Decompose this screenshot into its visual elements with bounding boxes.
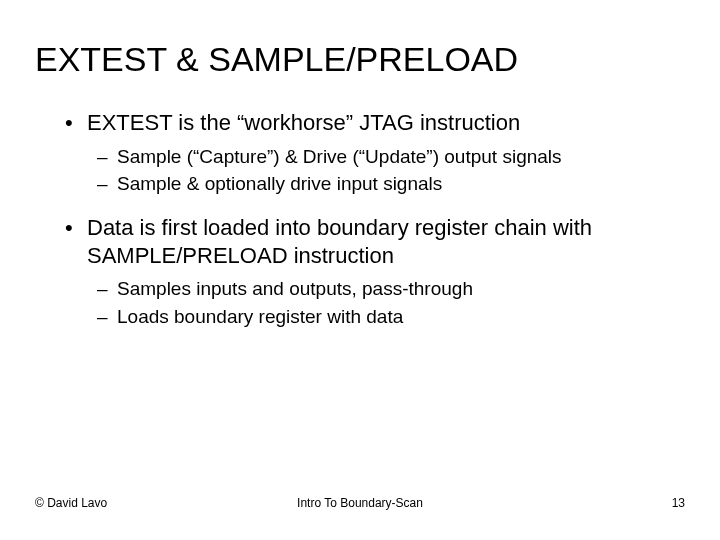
bullet-group-1: EXTEST is the “workhorse” JTAG instructi…: [35, 109, 685, 196]
bullet-group-2: Data is first loaded into boundary regis…: [35, 214, 685, 329]
slide-footer: © David Lavo Intro To Boundary-Scan 13: [35, 496, 685, 510]
bullet-level2: Sample (“Capture”) & Drive (“Update”) ou…: [97, 145, 685, 169]
bullet-level2: Samples inputs and outputs, pass-through: [97, 277, 685, 301]
footer-page-number: 13: [672, 496, 685, 510]
bullet-level2: Loads boundary register with data: [97, 305, 685, 329]
footer-title: Intro To Boundary-Scan: [297, 496, 423, 510]
bullet-level2: Sample & optionally drive input signals: [97, 172, 685, 196]
slide-title: EXTEST & SAMPLE/PRELOAD: [35, 40, 685, 79]
bullet-level1: Data is first loaded into boundary regis…: [65, 214, 685, 269]
bullet-level1: EXTEST is the “workhorse” JTAG instructi…: [65, 109, 685, 137]
footer-copyright: © David Lavo: [35, 496, 107, 510]
